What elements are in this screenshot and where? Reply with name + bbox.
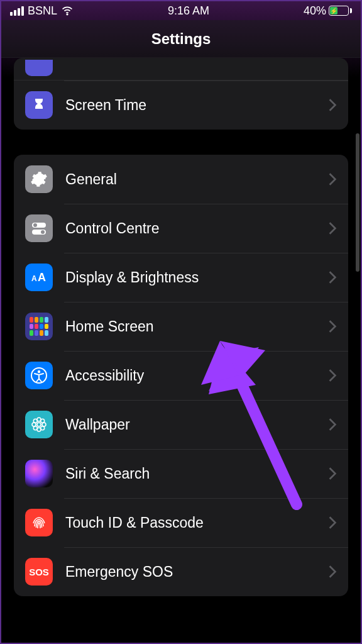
settings-group-2: General Control Centre AA Display & Brig…: [14, 155, 348, 596]
text-size-icon: AA: [25, 264, 53, 291]
settings-group-1: Screen Time: [14, 58, 348, 130]
row-control-centre[interactable]: Control Centre: [14, 204, 348, 253]
row-label: Emergency SOS: [65, 564, 328, 580]
status-left: BSNL: [10, 4, 74, 18]
chevron-right-icon: [328, 418, 337, 431]
row-label: Display & Brightness: [65, 269, 328, 286]
row-label: Home Screen: [65, 318, 328, 335]
row-siri-search[interactable]: Siri & Search: [14, 449, 348, 498]
row-general[interactable]: General: [14, 155, 348, 204]
row-label: Screen Time: [65, 97, 328, 114]
status-right: 40% ⚡: [304, 4, 352, 18]
page-header: Settings: [1, 20, 361, 58]
fingerprint-icon: [25, 509, 53, 536]
row-label: Control Centre: [65, 220, 328, 237]
row-screen-time[interactable]: Screen Time: [14, 80, 348, 130]
list-item-partial[interactable]: [14, 58, 348, 80]
svg-point-2: [33, 223, 37, 227]
svg-point-9: [37, 423, 41, 426]
flower-icon: [25, 411, 53, 438]
svg-point-17: [41, 426, 45, 430]
privacy-icon: [25, 60, 53, 76]
wifi-icon: [61, 4, 74, 17]
row-display-brightness[interactable]: AA Display & Brightness: [14, 253, 348, 302]
row-label: Wallpaper: [65, 416, 328, 433]
chevron-right-icon: [328, 172, 337, 186]
toggles-icon: [25, 214, 53, 242]
row-wallpaper[interactable]: Wallpaper: [14, 400, 348, 449]
svg-point-4: [41, 230, 45, 234]
row-accessibility[interactable]: Accessibility: [14, 351, 348, 400]
home-grid-icon: [25, 313, 53, 340]
svg-point-15: [41, 419, 45, 423]
chevron-right-icon: [328, 270, 337, 284]
accessibility-icon: [25, 362, 53, 389]
siri-icon: [25, 460, 53, 487]
gear-icon: [25, 165, 53, 193]
svg-point-16: [33, 426, 37, 430]
chevron-right-icon: [328, 565, 337, 579]
chevron-right-icon: [328, 516, 337, 530]
row-label: General: [65, 171, 328, 188]
battery-icon: ⚡: [329, 6, 352, 16]
carrier-label: BSNL: [28, 4, 57, 18]
svg-text:A: A: [38, 271, 46, 284]
svg-point-0: [67, 14, 68, 15]
svg-point-14: [33, 419, 37, 423]
battery-percent: 40%: [304, 4, 326, 18]
chevron-right-icon: [328, 221, 337, 235]
chevron-right-icon: [328, 319, 337, 333]
page-title: Settings: [151, 30, 211, 48]
row-label: Touch ID & Passcode: [65, 514, 328, 531]
chevron-right-icon: [328, 98, 337, 112]
chevron-right-icon: [328, 369, 337, 382]
sos-icon: SOS: [25, 558, 53, 586]
svg-point-8: [38, 370, 40, 373]
row-label: Siri & Search: [65, 465, 328, 482]
status-bar: BSNL 9:16 AM 40% ⚡: [1, 1, 361, 20]
row-home-screen[interactable]: Home Screen: [14, 302, 348, 351]
sos-badge-text: SOS: [29, 567, 49, 577]
settings-list[interactable]: Screen Time General Control Centre AA Di…: [1, 58, 361, 643]
hourglass-icon: [25, 91, 53, 119]
row-touch-id[interactable]: Touch ID & Passcode: [14, 498, 348, 547]
scrollbar-thumb[interactable]: [356, 133, 359, 272]
row-label: Accessibility: [65, 367, 328, 384]
chevron-right-icon: [328, 467, 337, 480]
row-emergency-sos[interactable]: SOS Emergency SOS: [14, 547, 348, 596]
svg-text:A: A: [31, 274, 37, 283]
signal-icon: [10, 6, 24, 16]
status-time: 9:16 AM: [168, 4, 209, 18]
